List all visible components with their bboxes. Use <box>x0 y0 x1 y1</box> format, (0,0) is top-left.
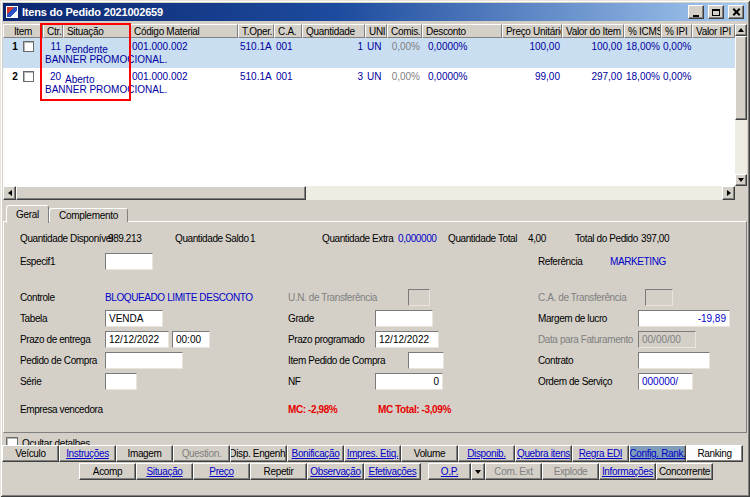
table-row-2[interactable]: 2 20 Aberto 001.000.002 510.1A 001 3 UN … <box>3 68 735 98</box>
arrow-left-icon <box>8 190 12 196</box>
window-title: Itens do Pedido 2021002659 <box>22 6 684 18</box>
acomp-button[interactable]: Acomp <box>79 463 136 480</box>
arrow-down-icon <box>738 178 744 182</box>
pedido-de-compra-label: Pedido de Compra <box>20 355 97 366</box>
scroll-up-button[interactable] <box>735 24 747 36</box>
situacao-button[interactable]: Situação <box>136 463 193 480</box>
instrucoes-button[interactable]: Instruções <box>59 445 116 462</box>
serie-input[interactable] <box>105 373 137 390</box>
pedido-de-compra-input[interactable] <box>105 352 183 369</box>
tab-geral[interactable]: Geral <box>6 205 49 223</box>
col-header-ipi[interactable]: % IPI <box>661 24 692 38</box>
disponib-button[interactable]: Disponib. <box>458 445 515 462</box>
op-dropdown-button[interactable] <box>471 463 485 480</box>
item-pedido-de-compra-label: Item Pedido de Compra <box>288 355 385 366</box>
item-pedido-de-compra-input[interactable] <box>408 352 444 369</box>
minimize-button[interactable] <box>688 5 704 19</box>
scroll-right-button[interactable] <box>722 186 735 200</box>
config-rank-button[interactable]: Config. Rank. <box>629 445 686 462</box>
impres-etiq-button[interactable]: Impres. Etiq. <box>344 445 401 462</box>
preco-button[interactable]: Preço <box>193 463 250 480</box>
col-header-desconto[interactable]: Desconto <box>422 24 502 38</box>
button-row-2: Acomp Situação Preço Repetir Observação … <box>79 463 713 480</box>
op-button[interactable]: O.P. <box>428 463 471 480</box>
efetivacoes-button[interactable]: Efetivações <box>364 463 421 480</box>
table-row-1[interactable]: 1 11 Pendente 001.000.002 510.1A 001 1 U… <box>3 38 735 68</box>
volume-button[interactable]: Volume <box>401 445 458 462</box>
col-header-quantidade[interactable]: Quantidade <box>302 24 365 38</box>
grade-input[interactable] <box>375 310 433 327</box>
geral-panel: Quantidade Disponível 989.213 Quantidade… <box>3 221 747 433</box>
row-checkbox[interactable] <box>23 71 34 82</box>
nf-label: NF <box>288 376 301 387</box>
col-header-uni[interactable]: UNI <box>365 24 387 38</box>
informacoes-button[interactable]: Informações <box>599 463 656 480</box>
cell-situacao: Aberto <box>63 70 130 83</box>
titlebar[interactable]: Itens do Pedido 2021002659 <box>3 3 747 21</box>
vertical-scroll-thumb[interactable] <box>735 36 747 120</box>
quebra-itens-button[interactable]: Quebra itens <box>515 445 572 462</box>
contrato-input[interactable] <box>638 352 710 369</box>
especif1-label: Especif1 <box>20 256 55 267</box>
grade-label: Grade <box>288 313 314 324</box>
un-transferencia-label: U.N. de Transferência <box>288 292 377 303</box>
col-header-preco-unitario[interactable]: Preço Unitário <box>502 24 562 38</box>
cell-ca: 001 <box>274 40 302 53</box>
prazo-programado-input[interactable] <box>375 331 439 348</box>
ranking-button[interactable]: Ranking <box>686 445 743 462</box>
scroll-left-button[interactable] <box>3 186 16 200</box>
cell-comis: 0,00% <box>387 40 422 53</box>
col-header-comis[interactable]: Comis. <box>387 24 422 38</box>
concorrente-button[interactable]: Concorrente <box>656 463 713 480</box>
bonificacao-button[interactable]: Bonificação <box>287 445 344 462</box>
total-do-pedido-label: Total do Pedido <box>575 233 638 244</box>
item-number: 1 <box>12 40 18 53</box>
horizontal-scroll-thumb[interactable] <box>16 186 306 200</box>
cell-descricao-material: BANNER PROMOCIONAL. <box>45 53 735 66</box>
cell-ca: 001 <box>274 70 302 83</box>
imagem-button[interactable]: Imagem <box>116 445 173 462</box>
cell-valor-ipi <box>692 40 735 53</box>
col-header-ctr[interactable]: Ctr. <box>43 24 63 38</box>
col-header-toper[interactable]: T.Oper. <box>238 24 274 38</box>
ca-transferencia-input <box>645 289 673 306</box>
cell-icms: 18,00% <box>624 40 661 53</box>
margem-de-lucro-input[interactable] <box>638 310 730 327</box>
cell-ctr: 11 <box>43 40 63 53</box>
app-icon <box>6 6 18 18</box>
cell-item: 2 <box>3 70 43 83</box>
col-header-codigo-material[interactable]: Código Material <box>130 24 238 38</box>
col-header-situacao[interactable]: Situação <box>63 24 130 38</box>
close-button[interactable] <box>728 5 744 19</box>
regra-edi-button[interactable]: Regra EDI <box>572 445 629 462</box>
row-checkbox[interactable] <box>23 41 34 52</box>
prazo-de-entrega-data-input[interactable] <box>105 331 169 348</box>
col-header-valor-do-item[interactable]: Valor do Item <box>562 24 624 38</box>
col-header-icms[interactable]: % ICMS <box>624 24 661 38</box>
data-para-faturamento-label: Data para Faturamento <box>538 334 633 345</box>
observacao-button[interactable]: Observação <box>307 463 364 480</box>
veiculo-button[interactable]: Veículo <box>2 445 59 462</box>
cell-desconto: 0,0000% <box>422 40 502 53</box>
col-header-item[interactable]: Item <box>3 24 43 38</box>
prazo-de-entrega-hora-input[interactable] <box>172 331 210 348</box>
quantidade-total-value: 4,00 <box>528 233 546 244</box>
quantidade-disponivel-value: 989.213 <box>108 233 141 244</box>
col-header-ca[interactable]: C.A. <box>274 24 302 38</box>
ordem-de-servico-input[interactable] <box>638 373 693 390</box>
tabela-label: Tabela <box>20 313 47 324</box>
prazo-de-entrega-label: Prazo de entrega <box>20 334 90 345</box>
scrollbar-corner <box>735 186 747 200</box>
col-header-valor-ipi[interactable]: Valor IPI <box>692 24 735 38</box>
cell-valor-do-item: 100,00 <box>562 40 624 53</box>
tab-complemento[interactable]: Complemento <box>49 208 128 222</box>
nf-input[interactable] <box>375 373 443 390</box>
tabela-input[interactable] <box>105 310 163 327</box>
especif1-input[interactable] <box>105 253 153 270</box>
scroll-down-button[interactable] <box>735 174 747 186</box>
vertical-scrollbar[interactable] <box>735 24 747 186</box>
disp-engenh-button[interactable]: Disp. Engenh. <box>230 445 287 462</box>
repetir-button[interactable]: Repetir <box>250 463 307 480</box>
horizontal-scrollbar[interactable] <box>3 186 735 200</box>
maximize-button[interactable] <box>708 5 724 19</box>
